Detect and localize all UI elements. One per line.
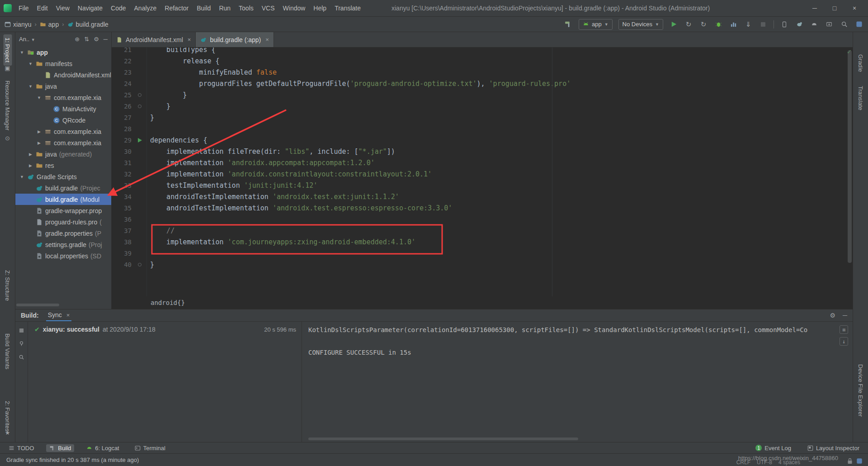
tree-item-gradle-scripts[interactable]: ▼Gradle Scripts [15, 171, 111, 182]
build-status-row[interactable]: ✔ xianyu: successful at 2020/9/10 17:18 … [34, 326, 296, 333]
tree-item-androidmanifest-xml[interactable]: AndroidManifest.xml [15, 69, 111, 81]
filter-search-icon[interactable] [19, 354, 24, 360]
device-dropdown[interactable]: No Devices ▼ [618, 19, 663, 30]
settings-icon[interactable]: ⚙ [830, 312, 836, 319]
pin-icon[interactable] [19, 341, 24, 347]
hide-panel-icon[interactable]: ─ [843, 312, 847, 319]
tree-item-java[interactable]: ▼java [15, 81, 111, 92]
build-console[interactable]: KotlinDslScriptsParameter(correlationId=… [302, 322, 853, 442]
menu-build[interactable]: Build [193, 0, 215, 16]
sidebar-tab-1-project[interactable]: 1: Project [3, 34, 12, 66]
chevron-down-icon[interactable]: ▼ [19, 175, 25, 179]
close-button[interactable]: × [844, 0, 864, 16]
tree-item-app[interactable]: ▼app [15, 47, 111, 58]
chevron-down-icon[interactable]: ▼ [36, 95, 42, 100]
tree-item-settings-gradle[interactable]: settings.gradle (Proj [15, 239, 111, 250]
menu-help[interactable]: Help [309, 0, 330, 16]
tool-window-button-6-logcat[interactable]: 6: Logcat [83, 444, 123, 452]
editor-tab-build-gradle-app[interactable]: build.gradle (:app)× [196, 32, 274, 47]
tree-item-gradle-properties[interactable]: gradle.properties (P [15, 228, 111, 239]
soft-wrap-icon[interactable]: ≡ [840, 325, 848, 334]
tree-item-res[interactable]: ▶res [15, 160, 111, 171]
menu-navigate[interactable]: Navigate [74, 0, 107, 16]
fold-marker-icon[interactable] [138, 93, 142, 97]
sidebar-tab-build-variants[interactable]: Build Variants [3, 330, 12, 372]
translate-icon[interactable] [854, 20, 863, 29]
menu-translate[interactable]: Translate [330, 0, 365, 16]
profiler-button[interactable] [729, 20, 738, 29]
minimize-button[interactable]: ─ [805, 0, 825, 16]
scroll-to-end-icon[interactable]: ↓ [840, 337, 848, 346]
menu-code[interactable]: Code [107, 0, 130, 16]
menu-tools[interactable]: Tools [235, 0, 258, 16]
sidebar-tab-z-structure[interactable]: Z: Structure [3, 267, 12, 304]
apply-code-changes-icon[interactable]: ↻ [699, 20, 708, 29]
tree-item-manifests[interactable]: ▼manifests [15, 58, 111, 69]
statusbar-button-event-log[interactable]: 1Event Log [752, 444, 794, 452]
menu-run[interactable]: Run [215, 0, 235, 16]
avd-manager-icon[interactable] [810, 20, 819, 29]
chevron-down-icon[interactable]: ▼ [19, 50, 25, 55]
favorites-star-icon[interactable]: ★ [5, 429, 10, 436]
tree-item-gradle-wrapper-prop[interactable]: gradle-wrapper.prop [15, 205, 111, 216]
menu-refactor[interactable]: Refactor [160, 0, 193, 16]
search-everywhere-icon[interactable] [840, 20, 849, 29]
tool-window-button-build[interactable]: Build [46, 444, 74, 452]
pin-icon[interactable]: ⊙ [5, 135, 10, 142]
settings-icon[interactable]: ⚙ [94, 36, 99, 43]
tree-item-java[interactable]: ▶java (generated) [15, 148, 111, 160]
debug-button[interactable] [714, 20, 723, 29]
sync-gradle-icon[interactable] [795, 20, 804, 29]
editor-scrollbar[interactable] [847, 48, 853, 296]
build-hammer-icon[interactable] [564, 20, 573, 29]
chevron-right-icon[interactable]: ▶ [28, 152, 33, 157]
breadcrumb-xianyu[interactable]: xianyu [5, 21, 31, 28]
indent-status-icon[interactable] [856, 458, 863, 464]
tree-item-proguard-rules-pro[interactable]: proguard-rules.pro ( [15, 216, 111, 228]
menu-file[interactable]: File [14, 0, 33, 16]
scrollbar-thumb[interactable] [848, 50, 852, 263]
menu-analyze[interactable]: Analyze [130, 0, 161, 16]
fold-marker-icon[interactable] [138, 263, 142, 266]
breadcrumb-app[interactable]: app [40, 21, 59, 28]
tree-item-qrcode[interactable]: CQRcode [15, 114, 111, 126]
attach-debugger-icon[interactable]: ⇓ [744, 20, 753, 29]
maximize-button[interactable]: □ [825, 0, 844, 16]
chevron-down-icon[interactable]: ▼ [28, 62, 33, 66]
editor-tab-androidmanifest-xml[interactable]: AndroidManifest.xml× [112, 32, 196, 47]
chevron-right-icon[interactable]: ▶ [28, 163, 33, 168]
menu-edit[interactable]: Edit [33, 0, 52, 16]
console-horizontal-scrollbar[interactable] [308, 437, 578, 440]
tree-item-mainactivity[interactable]: CMainActivity [15, 103, 111, 114]
fold-marker-icon[interactable] [138, 105, 142, 108]
tree-item-com-example-xia[interactable]: ▼com.example.xia [15, 92, 111, 103]
tree-item-build-gradle-selected[interactable]: build.gradle (Modul [15, 194, 111, 205]
menu-window[interactable]: Window [279, 0, 310, 16]
build-tab-sync[interactable]: Sync × [46, 309, 72, 321]
apply-changes-icon[interactable]: ↻ [684, 20, 693, 29]
menu-vcs[interactable]: VCS [258, 0, 279, 16]
close-icon[interactable]: × [66, 312, 70, 319]
sidebar-tab-translate[interactable]: Translate [856, 83, 865, 114]
tree-item-build-gradle[interactable]: build.gradle (Projec [15, 182, 111, 194]
chevron-right-icon[interactable]: ▶ [36, 141, 42, 145]
tool-window-button-todo[interactable]: TODO [5, 444, 37, 452]
close-icon[interactable]: × [188, 36, 191, 43]
locate-file-icon[interactable]: ⊕ [75, 36, 80, 43]
run-task-gutter-icon[interactable] [138, 138, 142, 143]
tree-item-com-example-xia[interactable]: ▶com.example.xia [15, 137, 111, 148]
hide-panel-icon[interactable]: ─ [104, 36, 108, 43]
project-view-dropdown[interactable]: An.. ▼ [19, 36, 35, 43]
close-icon[interactable]: × [265, 36, 269, 43]
project-horizontal-scrollbar[interactable] [16, 304, 59, 306]
breadcrumb[interactable]: android{} [151, 299, 185, 306]
sidebar-tab-device-file-explorer[interactable]: Device File Explorer [856, 361, 865, 420]
collapse-all-icon[interactable]: ⇅ [84, 36, 89, 43]
tool-window-icon[interactable]: ▣ [5, 65, 10, 71]
sidebar-tab-resource-manager[interactable]: Resource Manager [3, 77, 12, 134]
chevron-down-icon[interactable]: ▼ [28, 84, 33, 89]
breadcrumb-build-gradle[interactable]: build.gradle [67, 21, 108, 28]
tool-window-button-terminal[interactable]: Terminal [132, 444, 169, 452]
tree-item-local-properties[interactable]: local.properties (SD [15, 250, 111, 262]
device-manager-icon[interactable] [780, 20, 789, 29]
